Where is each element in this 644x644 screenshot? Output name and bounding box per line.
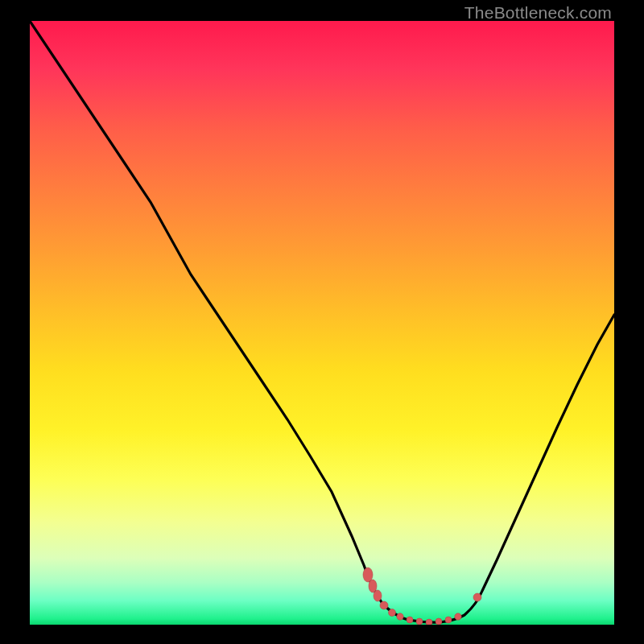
- svg-point-6: [407, 617, 413, 623]
- svg-point-2: [374, 590, 382, 601]
- bottleneck-curve-svg: [30, 21, 614, 625]
- svg-point-12: [473, 593, 481, 601]
- bottleneck-curve-path: [30, 21, 614, 622]
- svg-point-10: [445, 617, 452, 623]
- svg-point-7: [416, 618, 423, 625]
- svg-point-5: [397, 613, 403, 620]
- svg-point-4: [389, 609, 396, 617]
- svg-point-8: [426, 619, 432, 625]
- svg-point-9: [436, 618, 442, 625]
- svg-point-11: [455, 613, 461, 620]
- svg-point-3: [380, 601, 388, 609]
- gradient-panel: [30, 21, 614, 625]
- watermark-text: TheBottleneck.com: [464, 3, 612, 23]
- chart-stage: TheBottleneck.com: [0, 0, 644, 644]
